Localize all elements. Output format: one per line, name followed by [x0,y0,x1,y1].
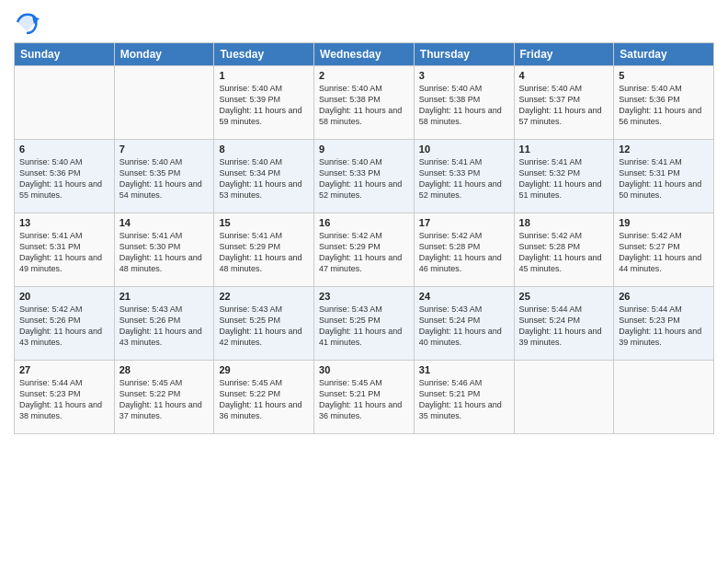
calendar-cell: 9Sunrise: 5:40 AM Sunset: 5:33 PM Daylig… [314,140,415,213]
calendar-cell: 24Sunrise: 5:43 AM Sunset: 5:24 PM Dayli… [414,287,514,361]
day-info: Sunrise: 5:45 AM Sunset: 5:22 PM Dayligh… [219,377,309,422]
day-number: 14 [119,217,210,228]
day-info: Sunrise: 5:40 AM Sunset: 5:35 PM Dayligh… [119,156,210,201]
calendar-cell: 20Sunrise: 5:42 AM Sunset: 5:26 PM Dayli… [15,287,115,361]
calendar-cell: 26Sunrise: 5:44 AM Sunset: 5:23 PM Dayli… [614,287,714,361]
day-info: Sunrise: 5:41 AM Sunset: 5:32 PM Dayligh… [519,156,609,201]
day-header-sunday: Sunday [15,43,115,66]
calendar-cell: 27Sunrise: 5:44 AM Sunset: 5:23 PM Dayli… [15,361,115,434]
day-info: Sunrise: 5:44 AM Sunset: 5:24 PM Dayligh… [519,304,609,349]
logo-icon [14,9,40,35]
calendar-header-row: SundayMondayTuesdayWednesdayThursdayFrid… [15,43,714,66]
day-info: Sunrise: 5:42 AM Sunset: 5:27 PM Dayligh… [619,230,709,275]
day-number: 10 [419,144,509,155]
day-info: Sunrise: 5:44 AM Sunset: 5:23 PM Dayligh… [19,377,109,422]
day-info: Sunrise: 5:45 AM Sunset: 5:22 PM Dayligh… [119,377,210,422]
day-header-saturday: Saturday [614,43,714,66]
day-info: Sunrise: 5:43 AM Sunset: 5:26 PM Dayligh… [119,304,210,349]
day-number: 4 [519,70,609,81]
day-header-thursday: Thursday [414,43,514,66]
calendar-cell: 2Sunrise: 5:40 AM Sunset: 5:38 PM Daylig… [314,66,415,140]
day-info: Sunrise: 5:40 AM Sunset: 5:39 PM Dayligh… [219,83,309,128]
day-header-tuesday: Tuesday [214,43,314,66]
calendar-cell: 3Sunrise: 5:40 AM Sunset: 5:38 PM Daylig… [414,66,514,140]
day-info: Sunrise: 5:41 AM Sunset: 5:33 PM Dayligh… [419,156,509,201]
day-info: Sunrise: 5:40 AM Sunset: 5:36 PM Dayligh… [619,83,709,128]
calendar-week-row: 6Sunrise: 5:40 AM Sunset: 5:36 PM Daylig… [15,140,714,213]
day-info: Sunrise: 5:43 AM Sunset: 5:25 PM Dayligh… [319,304,409,349]
day-info: Sunrise: 5:43 AM Sunset: 5:25 PM Dayligh… [219,304,309,349]
day-info: Sunrise: 5:42 AM Sunset: 5:28 PM Dayligh… [519,230,609,275]
day-number: 1 [219,70,309,81]
calendar-cell: 14Sunrise: 5:41 AM Sunset: 5:30 PM Dayli… [114,213,214,287]
day-info: Sunrise: 5:40 AM Sunset: 5:36 PM Dayligh… [19,156,109,201]
calendar-cell: 8Sunrise: 5:40 AM Sunset: 5:34 PM Daylig… [214,140,314,213]
day-number: 25 [519,291,609,302]
day-number: 26 [619,291,709,302]
day-info: Sunrise: 5:40 AM Sunset: 5:38 PM Dayligh… [419,83,509,128]
day-info: Sunrise: 5:45 AM Sunset: 5:21 PM Dayligh… [319,377,409,422]
day-number: 2 [319,70,409,81]
day-number: 23 [319,291,409,302]
calendar-cell [114,66,214,140]
calendar-cell: 7Sunrise: 5:40 AM Sunset: 5:35 PM Daylig… [114,140,214,213]
calendar-cell: 23Sunrise: 5:43 AM Sunset: 5:25 PM Dayli… [314,287,415,361]
day-info: Sunrise: 5:42 AM Sunset: 5:28 PM Dayligh… [419,230,509,275]
calendar-cell: 22Sunrise: 5:43 AM Sunset: 5:25 PM Dayli… [214,287,314,361]
calendar-cell: 28Sunrise: 5:45 AM Sunset: 5:22 PM Dayli… [114,361,214,434]
day-header-monday: Monday [114,43,214,66]
day-info: Sunrise: 5:41 AM Sunset: 5:31 PM Dayligh… [619,156,709,201]
day-number: 3 [419,70,509,81]
day-info: Sunrise: 5:44 AM Sunset: 5:23 PM Dayligh… [619,304,709,349]
calendar-cell [15,66,115,140]
day-number: 20 [19,291,109,302]
day-number: 15 [219,217,309,228]
day-number: 22 [219,291,309,302]
day-info: Sunrise: 5:43 AM Sunset: 5:24 PM Dayligh… [419,304,509,349]
calendar-week-row: 1Sunrise: 5:40 AM Sunset: 5:39 PM Daylig… [15,66,714,140]
day-number: 7 [119,144,210,155]
calendar-cell: 19Sunrise: 5:42 AM Sunset: 5:27 PM Dayli… [614,213,714,287]
calendar-cell [514,361,614,434]
day-number: 28 [119,364,210,375]
day-number: 16 [319,217,409,228]
day-number: 5 [619,70,709,81]
day-info: Sunrise: 5:41 AM Sunset: 5:29 PM Dayligh… [219,230,309,275]
calendar-cell: 11Sunrise: 5:41 AM Sunset: 5:32 PM Dayli… [514,140,614,213]
calendar-cell: 17Sunrise: 5:42 AM Sunset: 5:28 PM Dayli… [414,213,514,287]
day-number: 30 [319,364,409,375]
calendar-cell: 30Sunrise: 5:45 AM Sunset: 5:21 PM Dayli… [314,361,415,434]
calendar-week-row: 20Sunrise: 5:42 AM Sunset: 5:26 PM Dayli… [15,287,714,361]
day-number: 21 [119,291,210,302]
calendar-cell: 16Sunrise: 5:42 AM Sunset: 5:29 PM Dayli… [314,213,415,287]
day-header-wednesday: Wednesday [314,43,415,66]
day-info: Sunrise: 5:41 AM Sunset: 5:30 PM Dayligh… [119,230,210,275]
day-info: Sunrise: 5:40 AM Sunset: 5:34 PM Dayligh… [219,156,309,201]
calendar-cell: 21Sunrise: 5:43 AM Sunset: 5:26 PM Dayli… [114,287,214,361]
calendar-cell: 25Sunrise: 5:44 AM Sunset: 5:24 PM Dayli… [514,287,614,361]
calendar-cell: 5Sunrise: 5:40 AM Sunset: 5:36 PM Daylig… [614,66,714,140]
day-number: 6 [19,144,109,155]
day-info: Sunrise: 5:42 AM Sunset: 5:29 PM Dayligh… [319,230,409,275]
day-number: 9 [319,144,409,155]
calendar-cell: 1Sunrise: 5:40 AM Sunset: 5:39 PM Daylig… [214,66,314,140]
day-info: Sunrise: 5:41 AM Sunset: 5:31 PM Dayligh… [19,230,109,275]
calendar-cell: 15Sunrise: 5:41 AM Sunset: 5:29 PM Dayli… [214,213,314,287]
day-info: Sunrise: 5:40 AM Sunset: 5:37 PM Dayligh… [519,83,609,128]
day-header-friday: Friday [514,43,614,66]
calendar-cell: 12Sunrise: 5:41 AM Sunset: 5:31 PM Dayli… [614,140,714,213]
calendar-table: SundayMondayTuesdayWednesdayThursdayFrid… [14,42,714,434]
day-number: 19 [619,217,709,228]
day-number: 27 [19,364,109,375]
calendar-cell: 31Sunrise: 5:46 AM Sunset: 5:21 PM Dayli… [414,361,514,434]
calendar-week-row: 13Sunrise: 5:41 AM Sunset: 5:31 PM Dayli… [15,213,714,287]
calendar-cell: 13Sunrise: 5:41 AM Sunset: 5:31 PM Dayli… [15,213,115,287]
calendar-cell: 10Sunrise: 5:41 AM Sunset: 5:33 PM Dayli… [414,140,514,213]
calendar-cell: 18Sunrise: 5:42 AM Sunset: 5:28 PM Dayli… [514,213,614,287]
day-info: Sunrise: 5:46 AM Sunset: 5:21 PM Dayligh… [419,377,509,422]
day-number: 11 [519,144,609,155]
day-info: Sunrise: 5:42 AM Sunset: 5:26 PM Dayligh… [19,304,109,349]
day-number: 18 [519,217,609,228]
day-number: 29 [219,364,309,375]
day-info: Sunrise: 5:40 AM Sunset: 5:33 PM Dayligh… [319,156,409,201]
